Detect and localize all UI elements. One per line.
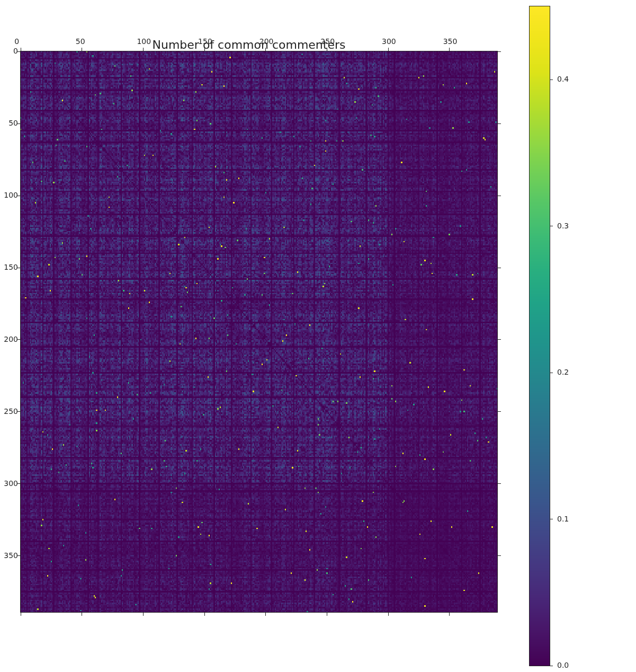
x-tick-label: 300	[382, 37, 396, 46]
colorbar-tick-mark	[550, 373, 553, 373]
x-tick-mark	[388, 613, 389, 616]
y-tick-mark	[498, 339, 501, 340]
colorbar-tick-label: 0.0	[557, 661, 569, 669]
colorbar-tick-label: 0.3	[557, 222, 569, 230]
colorbar-tick-label: 0.4	[557, 75, 569, 83]
axis-spine-bottom	[20, 612, 498, 613]
colorbar: 0.00.10.20.30.4	[530, 6, 550, 666]
x-tick-mark	[21, 613, 21, 616]
y-tick-mark	[498, 268, 501, 268]
x-tick-label: 0	[14, 37, 19, 46]
colorbar-tick-label: 0.2	[557, 368, 569, 376]
x-tick-mark	[265, 48, 266, 51]
colorbar-tick-mark	[550, 226, 553, 226]
x-tick-mark	[204, 613, 205, 616]
x-tick-mark	[388, 48, 389, 51]
y-tick-label: 300	[2, 479, 18, 488]
y-tick-mark	[498, 51, 501, 52]
colorbar-tick-mark	[550, 79, 553, 80]
y-tick-mark	[498, 483, 501, 484]
axis-spine-left	[20, 51, 21, 613]
y-tick-label: 0	[2, 47, 18, 55]
x-tick-label: 200	[259, 37, 274, 46]
x-tick-label: 150	[198, 37, 212, 46]
y-tick-label: 200	[2, 335, 18, 343]
x-tick-mark	[265, 613, 266, 616]
x-tick-mark	[82, 613, 82, 616]
figure: { "chart_data": { "type": "heatmap", "ti…	[0, 0, 636, 672]
x-tick-label: 50	[76, 37, 85, 46]
x-tick-mark	[143, 48, 144, 51]
colorbar-tick-mark	[550, 666, 553, 666]
x-tick-mark	[449, 613, 450, 616]
axis-spine-right	[497, 51, 498, 613]
y-tick-mark	[498, 555, 501, 556]
x-tick-mark	[327, 48, 327, 51]
x-tick-mark	[82, 48, 82, 51]
x-tick-mark	[449, 48, 450, 51]
y-tick-label: 150	[2, 263, 18, 271]
x-tick-label: 250	[320, 37, 335, 46]
x-tick-mark	[143, 613, 144, 616]
colorbar-tick-label: 0.1	[557, 515, 569, 523]
chart-title: Number of common commenters	[0, 38, 498, 51]
y-tick-label: 350	[2, 551, 18, 560]
y-tick-mark	[498, 123, 501, 124]
heatmap-canvas	[20, 51, 498, 613]
y-tick-mark	[498, 196, 501, 196]
axis-spine-top	[20, 51, 498, 51]
colorbar-tick-mark	[550, 519, 553, 519]
x-tick-mark	[21, 48, 21, 51]
y-tick-label: 250	[2, 407, 18, 415]
heatmap-plot-area: 050100150200250300350 050100150200250300…	[20, 51, 498, 613]
x-tick-mark	[204, 48, 205, 51]
y-tick-mark	[498, 411, 501, 412]
x-tick-mark	[327, 613, 327, 616]
colorbar-canvas	[530, 6, 550, 666]
y-tick-label: 100	[2, 191, 18, 199]
x-tick-label: 350	[443, 37, 458, 46]
x-tick-label: 100	[137, 37, 151, 46]
y-tick-label: 50	[2, 119, 18, 127]
